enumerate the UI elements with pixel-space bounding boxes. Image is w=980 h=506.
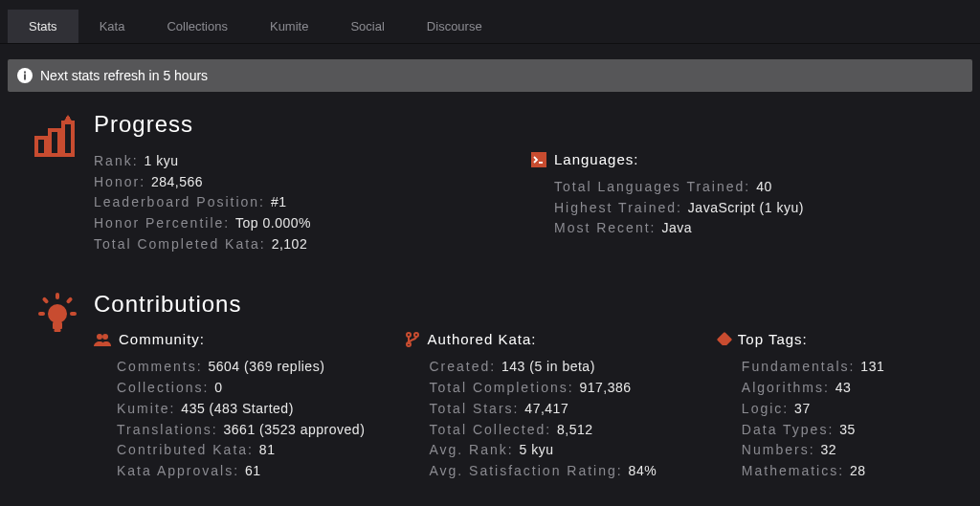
info-icon [17,68,33,83]
tag-mathematics: Mathematics28 [742,461,969,482]
tab-collections[interactable]: Collections [145,10,249,43]
stat-translations: Translations3661 (3523 approved) [117,420,406,441]
stat-rank: Rank1 kyu [94,151,531,172]
authored-header-text: Authored Kata: [427,331,536,347]
svg-rect-1 [24,75,26,80]
community-header-text: Community: [119,331,205,347]
stat-created: Created143 (5 in beta) [429,357,718,378]
svg-rect-15 [42,297,50,305]
languages-header-text: Languages: [554,151,638,167]
tab-kumite[interactable]: Kumite [249,10,329,43]
stat-avg-rank: Avg. Rank5 kyu [429,440,718,461]
community-header: Community: [94,331,406,347]
languages-col: Languages: Total Languages Trained40 Hig… [531,151,969,254]
languages-header: Languages: [531,151,969,167]
stat-kumite: Kumite435 (483 Started) [117,399,406,420]
progress-stats-col: Rank1 kyu Honor284,566 Leaderboard Posit… [94,151,531,254]
progress-title: Progress [94,111,969,138]
stat-leaderboard: Leaderboard Position#1 [94,192,531,213]
tab-bar: Stats Kata Collections Kumite Social Dis… [0,10,980,44]
stat-total-languages: Total Languages Trained40 [554,177,969,198]
svg-point-18 [102,334,108,340]
stat-satisfaction: Avg. Satisfaction Rating84% [429,461,718,482]
community-col: Community: Comments5604 (369 replies) Co… [94,331,406,481]
tag-icon [719,334,730,345]
tag-fundamentals: Fundamentals131 [742,357,969,378]
tab-discourse[interactable]: Discourse [406,10,503,43]
tags-header-text: Top Tags: [738,331,808,347]
tag-logic: Logic37 [742,399,969,420]
stat-completed: Total Completed Kata2,102 [94,234,531,255]
progress-section: Progress Rank1 kyu Honor284,566 Leaderbo… [33,111,969,254]
svg-rect-16 [66,297,74,305]
stat-total-completions: Total Completions917,386 [429,378,718,399]
svg-point-17 [97,334,102,340]
tag-algorithms: Algorithms43 [742,378,969,399]
progress-icon [33,111,94,165]
terminal-icon [531,152,546,167]
refresh-text: Next stats refresh in 5 hours [40,68,208,83]
tags-header: Top Tags: [719,331,969,347]
svg-point-19 [407,333,411,337]
tab-social[interactable]: Social [329,10,405,43]
svg-rect-3 [36,138,46,155]
tag-numbers: Numbers32 [742,440,969,461]
authored-header: Authored Kata: [406,331,718,347]
stat-collections: Collections0 [117,378,406,399]
stat-total-collected: Total Collected8,512 [429,420,718,441]
contributions-title: Contributions [94,291,969,318]
authored-col: Authored Kata: Created143 (5 in beta) To… [406,331,718,481]
svg-rect-2 [24,72,26,74]
svg-rect-7 [531,152,546,167]
svg-rect-5 [63,122,73,155]
tab-stats[interactable]: Stats [8,10,78,43]
stat-contributed-kata: Contributed Kata81 [117,440,406,461]
stat-kata-approvals: Kata Approvals61 [117,461,406,482]
stat-total-stars: Total Stars47,417 [429,399,718,420]
svg-rect-13 [38,312,45,316]
svg-point-20 [414,333,418,337]
stat-most-recent: Most RecentJava [554,218,969,239]
svg-rect-10 [53,322,62,329]
stat-highest-trained: Highest TrainedJavaScript (1 kyu) [554,198,969,219]
svg-rect-14 [70,312,77,316]
svg-rect-4 [50,130,59,155]
tab-kata[interactable]: Kata [78,10,146,43]
refresh-banner: Next stats refresh in 5 hours [8,59,972,92]
svg-point-9 [48,304,67,323]
svg-rect-12 [56,293,59,299]
branch-icon [406,332,419,347]
tag-data-types: Data Types35 [742,420,969,441]
svg-rect-11 [55,329,61,332]
stat-comments: Comments5604 (369 replies) [117,357,406,378]
contributions-section: Contributions Community: Comments5604 (3… [33,291,969,481]
stat-percentile: Honor PercentileTop 0.000% [94,213,531,234]
people-icon [94,333,111,346]
tags-col: Top Tags: Fundamentals131 Algorithms43 L… [719,331,969,481]
stat-honor: Honor284,566 [94,172,531,193]
lightbulb-icon [33,291,94,344]
